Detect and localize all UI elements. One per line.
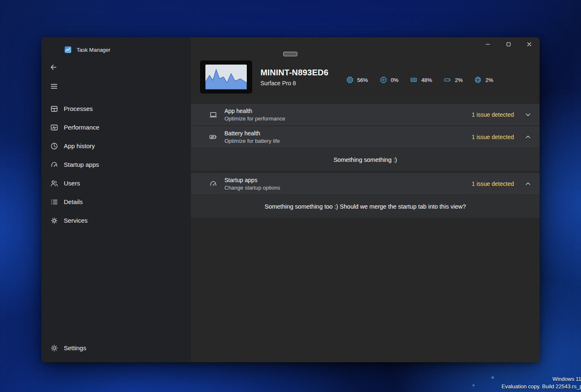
details-icon: [50, 198, 58, 206]
section-title: App health: [224, 108, 285, 114]
device-name: MININT-N893ED6: [260, 68, 328, 77]
section-app-health[interactable]: App health Optimize for performance 1 is…: [191, 104, 540, 125]
minimize-button[interactable]: [477, 38, 498, 51]
maximize-button[interactable]: [498, 38, 519, 51]
gpu-icon: [380, 76, 387, 84]
laptop-icon: [209, 111, 217, 119]
titlebar: [191, 37, 540, 52]
health-sections: App health Optimize for performance 1 is…: [191, 104, 540, 218]
disk-value: 2%: [455, 77, 463, 83]
maximize-icon: [506, 42, 511, 47]
network-globe-icon: [474, 76, 482, 84]
device-summary: MININT-N893ED6 Surface Pro 8 56%: [200, 60, 540, 94]
battery-health-details: Something something :): [191, 148, 540, 171]
memory-stat: 48%: [410, 76, 432, 84]
network-stat: 2%: [474, 76, 493, 84]
main-panel: MININT-N893ED6 Surface Pro 8 56%: [191, 37, 540, 362]
chevron-up-icon[interactable]: [525, 134, 531, 140]
battery-leaf-icon: [209, 133, 217, 141]
gear-icon: [50, 344, 58, 352]
navigation-menu-button[interactable]: [46, 79, 61, 93]
performance-thumbnail-chart: [205, 65, 247, 89]
performance-icon: [50, 123, 58, 132]
app-title: Task Manager: [77, 47, 111, 53]
evaluation-watermark: Windows 11 I Evaluation copy. Build 2254…: [501, 375, 581, 390]
sidebar-spacer: [41, 230, 191, 339]
section-title: Battery health: [224, 130, 280, 137]
watermark-line1: Windows 11 I: [501, 375, 581, 383]
gpu-stat: 0%: [380, 76, 399, 84]
minimize-icon: [485, 42, 490, 47]
sidebar-item-label: Details: [64, 198, 83, 205]
sidebar-item-services[interactable]: Services: [41, 211, 191, 230]
back-button[interactable]: [46, 61, 60, 73]
sidebar-item-label: Startup apps: [64, 161, 99, 168]
device-thumbnail: [200, 60, 252, 94]
sidebar-item-label: App history: [64, 142, 95, 149]
section-text: Battery health Optimize for battery life: [224, 130, 280, 144]
close-button[interactable]: [519, 38, 540, 51]
chevron-down-icon[interactable]: [525, 111, 531, 118]
sidebar-item-startup-apps[interactable]: Startup apps: [41, 155, 191, 174]
cpu-value: 56%: [357, 77, 368, 83]
startup-apps-details: Something something too :) Should we mer…: [191, 195, 540, 218]
startup-apps-icon: [50, 161, 58, 169]
issue-badge: 1 issue detected: [472, 180, 514, 187]
section-title: Startup apps: [224, 177, 280, 183]
sidebar-item-label: Services: [64, 217, 88, 224]
section-subtitle: Change startup options: [224, 185, 280, 191]
watermark-line2: Evaluation copy. Build 22543.rs_pr: [501, 383, 581, 390]
processes-icon: [50, 105, 58, 113]
section-subtitle: Optimize for battery life: [224, 138, 280, 144]
startup-gauge-icon: [209, 180, 217, 188]
disk-stat: 2%: [444, 76, 463, 84]
section-text: App health Optimize for performance: [224, 108, 285, 122]
users-icon: [50, 179, 58, 188]
sidebar: Task Manager: [41, 37, 191, 362]
issue-badge: 1 issue detected: [472, 111, 514, 118]
sidebar-item-label: Performance: [64, 124, 99, 131]
services-icon: [50, 216, 58, 225]
sidebar-item-label: Settings: [64, 344, 86, 351]
sidebar-item-label: Processes: [64, 105, 93, 112]
app-history-icon: [50, 142, 58, 150]
hamburger-icon: [50, 82, 58, 90]
cpu-stat: 56%: [346, 76, 368, 84]
gpu-value: 0%: [391, 77, 399, 83]
chevron-up-icon[interactable]: [525, 180, 531, 187]
memory-icon: [410, 76, 417, 84]
sidebar-item-processes[interactable]: Processes: [41, 99, 191, 118]
device-model: Surface Pro 8: [260, 80, 328, 87]
sidebar-item-app-history[interactable]: App history: [41, 137, 191, 155]
window-drag-handle[interactable]: [283, 52, 297, 56]
back-arrow-icon: [50, 63, 58, 71]
disk-icon: [444, 76, 451, 84]
task-manager-window: Task Manager: [41, 37, 540, 362]
section-subtitle: Optimize for performance: [224, 115, 285, 122]
device-info: MININT-N893ED6 Surface Pro 8: [260, 68, 328, 87]
sidebar-item-details[interactable]: Details: [41, 192, 191, 211]
sidebar-item-performance[interactable]: Performance: [41, 118, 191, 137]
memory-value: 48%: [421, 77, 432, 83]
task-manager-logo-icon: [64, 46, 72, 53]
section-text: Startup apps Change startup options: [224, 177, 280, 191]
resource-stats: 56% 0%: [346, 76, 493, 84]
app-title-row: Task Manager: [41, 37, 191, 53]
close-icon: [527, 42, 532, 47]
sidebar-nav: Processes Performance App history: [41, 99, 191, 230]
sidebar-item-users[interactable]: Users: [41, 174, 191, 192]
sidebar-item-label: Users: [64, 180, 80, 187]
issue-badge: 1 issue detected: [472, 134, 514, 140]
cpu-icon: [346, 76, 354, 84]
network-value: 2%: [485, 77, 493, 83]
sidebar-item-settings[interactable]: Settings: [41, 339, 191, 357]
section-startup-apps[interactable]: Startup apps Change startup options 1 is…: [191, 173, 540, 195]
section-battery-health[interactable]: Battery health Optimize for battery life…: [191, 126, 540, 148]
